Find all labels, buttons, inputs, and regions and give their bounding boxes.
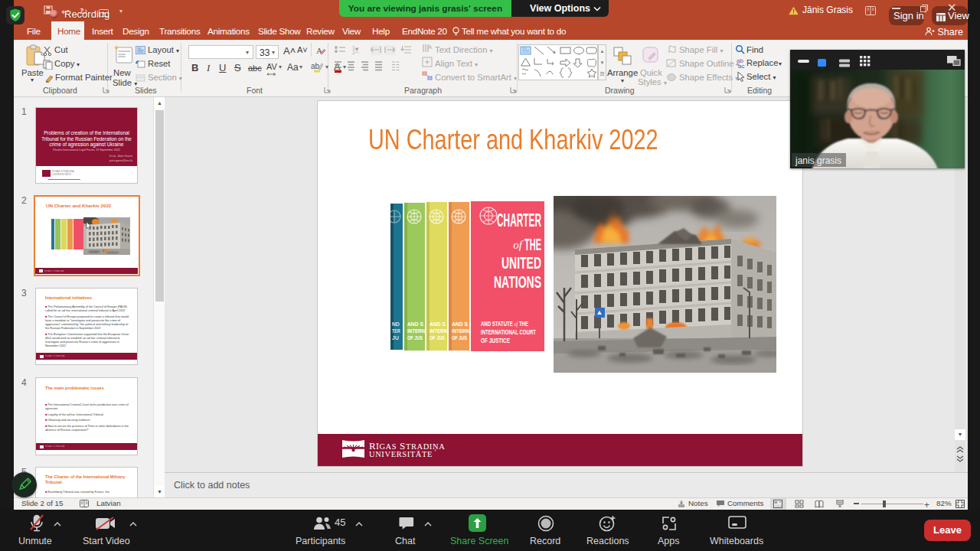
svg-text:AND S: AND S xyxy=(407,321,423,327)
svg-text:ab: ab xyxy=(311,62,320,70)
svg-text:INTERN: INTERN xyxy=(407,328,425,334)
svg-text:OF JUS: OF JUS xyxy=(430,335,445,341)
svg-text:OF JUS: OF JUS xyxy=(452,335,467,341)
svg-text:THE: THE xyxy=(524,235,541,254)
svg-text:AND S: AND S xyxy=(452,321,468,327)
svg-text:OF JUSTICE: OF JUSTICE xyxy=(481,337,510,344)
svg-text:ac: ac xyxy=(738,63,744,69)
svg-text:INTERN: INTERN xyxy=(452,328,469,334)
svg-text:INTERNATIONAL COURT: INTERNATIONAL COURT xyxy=(481,328,536,336)
svg-text:AND STATUTE of THE: AND STATUTE of THE xyxy=(481,320,528,328)
svg-text:NATIONS: NATIONS xyxy=(494,272,541,292)
svg-text:ND: ND xyxy=(392,321,400,327)
svg-text:INTERN: INTERN xyxy=(430,328,447,334)
svg-text:OF JUS: OF JUS xyxy=(407,335,423,341)
svg-text:CHARTER: CHARTER xyxy=(497,210,541,230)
svg-text:TER: TER xyxy=(392,328,400,334)
svg-text:UNITED: UNITED xyxy=(501,253,541,272)
svg-text:of: of xyxy=(513,239,524,251)
svg-text:JU: JU xyxy=(392,335,399,341)
svg-text:A: A xyxy=(428,44,433,51)
svg-text:AND S: AND S xyxy=(430,321,446,327)
